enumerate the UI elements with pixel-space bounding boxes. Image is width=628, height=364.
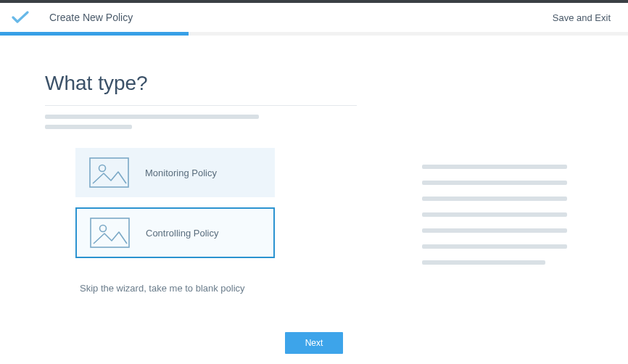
placeholder-text xyxy=(422,244,567,249)
svg-rect-0 xyxy=(90,158,128,187)
logo-check-icon xyxy=(12,11,29,24)
option-label: Controlling Policy xyxy=(146,228,218,239)
placeholder-text xyxy=(45,125,132,129)
divider xyxy=(45,105,357,106)
save-and-exit-link[interactable]: Save and Exit xyxy=(553,12,611,23)
next-button[interactable]: Next xyxy=(285,332,344,354)
image-placeholder-icon xyxy=(90,218,130,248)
right-column xyxy=(422,72,584,294)
skip-wizard-link[interactable]: Skip the wizard, take me to blank policy xyxy=(80,283,386,294)
left-column: What type? Monitoring Policy xyxy=(45,72,386,294)
option-label: Monitoring Policy xyxy=(145,167,217,178)
option-monitoring-policy[interactable]: Monitoring Policy xyxy=(75,148,275,197)
content: What type? Monitoring Policy xyxy=(0,36,628,294)
option-controlling-policy[interactable]: Controlling Policy xyxy=(75,207,275,258)
policy-type-options: Monitoring Policy Controlling Policy xyxy=(75,148,386,258)
header-left: Create New Policy xyxy=(12,11,133,24)
progress-bar xyxy=(0,32,628,36)
placeholder-text xyxy=(422,181,567,185)
placeholder-text xyxy=(422,260,545,265)
progress-fill xyxy=(0,32,189,36)
page-title: What type? xyxy=(45,72,386,95)
svg-point-3 xyxy=(100,226,107,232)
placeholder-text xyxy=(422,197,567,201)
header-title: Create New Policy xyxy=(49,12,133,23)
header: Create New Policy Save and Exit xyxy=(0,3,628,32)
placeholder-text xyxy=(422,212,567,217)
footer: Next xyxy=(0,332,628,354)
svg-rect-2 xyxy=(91,218,129,247)
image-placeholder-icon xyxy=(89,157,129,188)
placeholder-text xyxy=(45,115,259,119)
placeholder-text xyxy=(422,228,567,233)
placeholder-text xyxy=(422,165,567,169)
svg-point-1 xyxy=(99,165,106,172)
